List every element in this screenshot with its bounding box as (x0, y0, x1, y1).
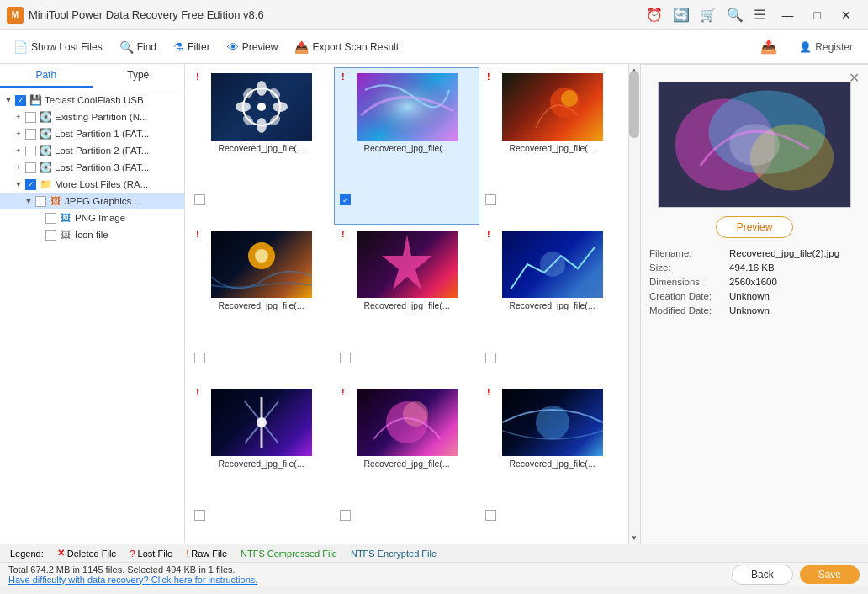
ico-icon: 🖼 (59, 229, 72, 241)
maximize-button[interactable]: □ (804, 0, 831, 30)
svg-point-18 (540, 252, 565, 277)
check-file-4[interactable] (194, 353, 205, 363)
filename-7: Recovered_jpg_file(... (218, 459, 304, 469)
tab-type[interactable]: Type (93, 64, 185, 88)
zoom-icon[interactable]: 🔍 (727, 7, 744, 23)
filename-value: Recovered_jpg_file(2).jpg (729, 248, 839, 258)
export-scan-button[interactable]: 📤 Export Scan Result (288, 37, 405, 57)
tree-item-usb[interactable]: ▼ ✓ 💾 Teclast CoolFlash USB (0, 92, 184, 109)
expand-ico-icon (34, 230, 44, 240)
lost3-drive-icon: 💽 (39, 162, 52, 173)
share-button[interactable]: 📤 (754, 35, 784, 58)
thumb-6 (502, 231, 603, 298)
tree-item-lost2[interactable]: + 💽 Lost Partition 2 (FAT... (0, 142, 184, 159)
window-controls[interactable]: — □ ✕ (772, 0, 861, 30)
scrollbar-thumb[interactable] (629, 71, 639, 138)
register-button[interactable]: 👤 Register (791, 38, 861, 56)
png-label: PNG Image (75, 213, 125, 223)
close-button[interactable]: ✕ (831, 0, 861, 30)
file-cell-4[interactable]: ! Recovered_jpg_file(... (188, 225, 334, 382)
find-button[interactable]: 🔍 Find (113, 37, 163, 57)
legend-bar: Legend: ✕ Deleted File ? Lost File ! Raw… (0, 544, 868, 562)
check-lost3[interactable] (25, 162, 36, 173)
lost2-drive-icon: 💽 (39, 145, 52, 156)
warn-flag-3: ! (487, 72, 490, 82)
check-file-3[interactable] (485, 194, 496, 205)
app-title-area: M MiniTool Power Data Recovery Free Edit… (7, 7, 264, 24)
find-icon: 🔍 (119, 40, 134, 54)
tab-path[interactable]: Path (0, 64, 93, 88)
check-file-2[interactable]: ✓ (340, 194, 351, 205)
filename-5: Recovered_jpg_file(... (363, 300, 449, 310)
scrollbar-down-button[interactable]: ▼ (629, 532, 639, 544)
file-cell-9[interactable]: ! Recovered_jpg_file(... (479, 383, 625, 540)
check-ico[interactable] (45, 230, 56, 241)
svg-point-8 (241, 114, 255, 128)
close-right-button[interactable]: ✕ (849, 70, 860, 86)
legend-ntfs-compressed: NTFS Compressed File (241, 549, 337, 559)
existing-label: Existing Partition (N... (55, 112, 148, 122)
creation-value: Unknown (729, 291, 770, 301)
check-file-1[interactable] (194, 194, 205, 205)
check-file-8[interactable] (340, 510, 351, 521)
lost1-label: Lost Partition 1 (FAT... (55, 129, 149, 139)
check-png[interactable] (45, 213, 56, 224)
tree-item-jpeg[interactable]: ▼ 🖼 JPEG Graphics ... (0, 193, 184, 209)
preview-button[interactable]: Preview (716, 216, 794, 238)
expand-moreLost-icon: ▼ (13, 179, 24, 189)
info-row-dimensions: Dimensions: 2560x1600 (649, 277, 860, 287)
file-cell-8[interactable]: ! Recovered_jpg_file(... (334, 383, 479, 540)
size-value: 494.16 KB (729, 263, 775, 273)
filename-3: Recovered_jpg_file(... (509, 143, 595, 153)
svg-point-3 (257, 118, 267, 133)
app-icon: M (7, 7, 24, 24)
filename-8: Recovered_jpg_file(... (363, 459, 449, 469)
file-cell-7[interactable]: ! Recovered_jpg_file(... (188, 383, 334, 540)
filename-2: Recovered_jpg_file(... (363, 143, 449, 153)
tree-item-ico[interactable]: 🖼 Icon file (0, 226, 184, 243)
svg-point-7 (267, 87, 282, 101)
tree-item-existing[interactable]: + 💽 Existing Partition (N... (0, 109, 184, 125)
minimize-button[interactable]: — (772, 0, 804, 30)
file-cell-2[interactable]: ! ✓ Recovered_j (334, 67, 479, 225)
export-scan-icon: 📤 (294, 40, 309, 54)
tree-item-moreLost[interactable]: ▼ ✓ 📁 More Lost Files (RA... (0, 176, 184, 193)
filename-label: Filename: (649, 248, 729, 258)
tree-item-png[interactable]: 🖼 PNG Image (0, 209, 184, 226)
tree-item-lost1[interactable]: + 💽 Lost Partition 1 (FAT... (0, 125, 184, 142)
clock-icon[interactable]: ⏰ (646, 7, 663, 23)
check-file-5[interactable] (340, 353, 351, 363)
file-cell-1[interactable]: ! Recovered_j (188, 67, 334, 225)
check-existing[interactable] (25, 112, 36, 123)
check-file-7[interactable] (194, 510, 205, 521)
ntfs-c-label: NTFS Compressed File (241, 549, 337, 559)
preview-toolbar-button[interactable]: 👁 Preview (220, 37, 285, 57)
warn-flag-8: ! (341, 387, 345, 397)
tree-item-lost3[interactable]: + 💽 Lost Partition 3 (FAT... (0, 159, 184, 176)
check-jpeg[interactable] (35, 196, 46, 207)
file-cell-3[interactable]: ! Recovered_jpg_file(... (479, 67, 625, 225)
file-cell-5[interactable]: ! Recovered_jpg_file(... (334, 225, 479, 382)
filter-button[interactable]: ⚗ Filter (167, 37, 217, 57)
warn-flag-4: ! (196, 229, 199, 239)
file-info-panel: Filename: Recovered_jpg_file(2).jpg Size… (649, 248, 860, 320)
refresh-icon[interactable]: 🔄 (673, 7, 690, 23)
check-usb[interactable]: ✓ (15, 95, 26, 106)
main-content: Path Type ▼ ✓ 💾 Teclast CoolFlash USB + … (0, 64, 868, 544)
menu-icon[interactable]: ☰ (754, 7, 765, 23)
check-file-9[interactable] (485, 510, 496, 521)
info-row-filename: Filename: Recovered_jpg_file(2).jpg (649, 248, 860, 258)
check-file-6[interactable] (485, 353, 496, 363)
help-link[interactable]: Have difficulty with data recovery? Clic… (8, 575, 257, 585)
back-button[interactable]: Back (732, 565, 793, 585)
file-cell-6[interactable]: ! Recovered_jpg_file(... (479, 225, 625, 382)
jpeg-label: JPEG Graphics ... (65, 196, 142, 206)
show-lost-files-button[interactable]: 📄 Show Lost Files (7, 37, 109, 57)
check-lost2[interactable] (25, 146, 36, 156)
moreLost-label: More Lost Files (RA... (55, 179, 148, 189)
ico-label: Icon file (75, 230, 108, 240)
cart-icon[interactable]: 🛒 (700, 7, 717, 23)
save-button[interactable]: Save (800, 565, 860, 584)
check-moreLost[interactable]: ✓ (25, 179, 36, 190)
check-lost1[interactable] (25, 129, 36, 140)
